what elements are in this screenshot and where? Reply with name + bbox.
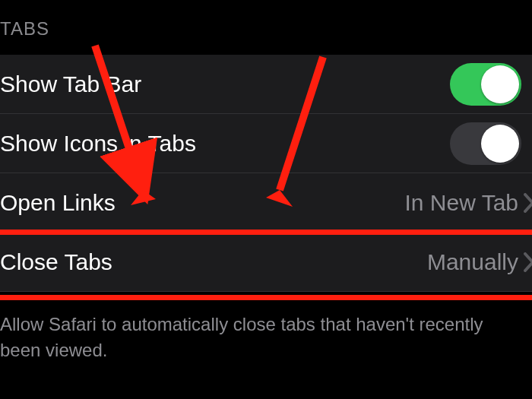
row-label: Close Tabs [0,249,112,275]
footer-description: Allow Safari to automatically close tabs… [0,312,524,363]
chevron-right-icon [524,252,532,272]
row-open-links[interactable]: Open Links In New Tab [0,173,532,233]
row-show-icons-in-tabs[interactable]: Show Icons in Tabs [0,114,532,173]
annotation-highlight-bar-top [0,230,532,235]
row-label: Show Icons in Tabs [0,131,196,157]
toggle-show-tab-bar[interactable] [450,63,521,106]
row-label: Open Links [0,190,116,216]
chevron-right-icon [524,193,532,213]
settings-screen: TABS Show Tab Bar Show Icons in Tabs Ope… [0,0,532,399]
section-header-tabs: TABS [0,18,49,40]
row-value: In New Tab [404,190,518,216]
annotation-highlight-bar-bottom [0,295,532,300]
tabs-settings-group: Show Tab Bar Show Icons in Tabs Open Lin… [0,55,532,292]
row-show-tab-bar[interactable]: Show Tab Bar [0,55,532,114]
row-value: Manually [427,249,518,275]
row-label: Show Tab Bar [0,71,141,97]
toggle-knob [481,125,519,163]
row-close-tabs[interactable]: Close Tabs Manually [0,233,532,292]
toggle-knob [481,65,519,103]
toggle-show-icons-in-tabs[interactable] [450,122,521,165]
